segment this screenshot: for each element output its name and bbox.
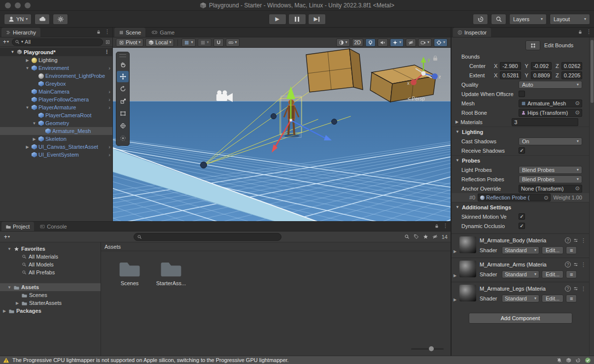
hierarchy-item-geometry[interactable]: ▼Geometry bbox=[0, 119, 112, 127]
material-preview-sphere[interactable] bbox=[459, 236, 476, 253]
snap-toggle-button[interactable] bbox=[213, 38, 224, 47]
hierarchy-item-playerarmature[interactable]: ▼PlayerArmature› bbox=[0, 103, 112, 111]
expander-closed-icon[interactable]: ▶ bbox=[455, 120, 458, 124]
extent-x-field[interactable]: 0.5281 bbox=[500, 71, 521, 79]
prefab-chevron-icon[interactable]: › bbox=[108, 144, 110, 150]
toggle-2d-button[interactable]: 2D bbox=[352, 38, 363, 47]
tree-item-favorites[interactable]: ▼ Favorites bbox=[0, 245, 101, 253]
expander-open-icon[interactable]: ▼ bbox=[25, 105, 30, 110]
scene-viewport[interactable]: y x z < Persp bbox=[113, 48, 451, 222]
expander-open-icon[interactable]: ▼ bbox=[455, 205, 459, 209]
asset-zoom-slider[interactable] bbox=[411, 346, 444, 352]
pause-button[interactable] bbox=[288, 14, 306, 25]
scrollbar-thumb[interactable] bbox=[591, 40, 594, 103]
scene-visibility-toggle[interactable] bbox=[406, 38, 416, 47]
hierarchy-item-maincamera[interactable]: MainCamera› bbox=[0, 88, 112, 96]
reflection-probes-dropdown[interactable]: Blend Probes▾ bbox=[519, 175, 582, 183]
root-bone-object-field[interactable]: Hips (Transform) ⊙ bbox=[519, 109, 582, 117]
expander-closed-icon[interactable]: ▶ bbox=[454, 249, 456, 254]
expander-open-icon[interactable]: ▼ bbox=[25, 66, 30, 70]
layers-dropdown[interactable]: Layers ▾ bbox=[509, 14, 547, 25]
expander-closed-icon[interactable]: ▶ bbox=[25, 58, 30, 63]
create-asset-button[interactable]: +▾ bbox=[3, 233, 11, 240]
expander-closed-icon[interactable]: ▶ bbox=[25, 145, 30, 149]
search-button[interactable] bbox=[491, 14, 506, 25]
zoom-window-icon[interactable] bbox=[25, 2, 31, 8]
shader-dropdown[interactable]: Standard▾ bbox=[502, 295, 539, 302]
tab-inspector[interactable]: Inspector bbox=[453, 28, 491, 37]
account-button[interactable]: YN ▾ bbox=[4, 14, 32, 25]
scene-camera-dropdown[interactable]: ▾ bbox=[418, 38, 432, 47]
center-x-field[interactable]: -2.980 bbox=[500, 62, 521, 70]
asset-folder-starterassets[interactable]: StarterAss... bbox=[153, 257, 189, 286]
dynamic-occlusion-checkbox[interactable] bbox=[519, 223, 525, 229]
shader-menu-button[interactable]: ≡ bbox=[566, 295, 577, 302]
tree-item-all-models[interactable]: All Models bbox=[0, 261, 101, 268]
tab-game[interactable]: Game bbox=[147, 28, 179, 37]
version-control-button[interactable] bbox=[53, 14, 68, 25]
cube-object-1[interactable] bbox=[306, 49, 363, 92]
expander-closed-icon[interactable]: ▶ bbox=[454, 298, 456, 302]
object-picker-icon[interactable]: ⊙ bbox=[575, 186, 580, 191]
shader-dropdown[interactable]: Standard▾ bbox=[502, 270, 539, 278]
panel-menu-icon[interactable]: ⋮ bbox=[105, 29, 110, 34]
move-tool-button[interactable] bbox=[117, 71, 129, 82]
edit-shader-button[interactable]: Edit... bbox=[542, 295, 563, 302]
edit-shader-button[interactable]: Edit... bbox=[542, 270, 563, 278]
persp-label[interactable]: < Persp bbox=[408, 96, 425, 101]
expander-open-icon[interactable]: ▼ bbox=[10, 50, 15, 54]
material-menu-icon[interactable]: ⋮ bbox=[581, 238, 586, 243]
project-search-input[interactable] bbox=[134, 233, 281, 241]
cast-shadows-dropdown[interactable]: On▾ bbox=[519, 137, 582, 145]
expander-closed-icon[interactable]: ▶ bbox=[454, 273, 456, 278]
object-picker-icon[interactable]: ⊙ bbox=[575, 110, 580, 115]
rotate-tool-button[interactable] bbox=[117, 83, 129, 95]
extent-z-field[interactable]: 0.2205 bbox=[561, 71, 582, 79]
increment-snap-button[interactable]: ▾ bbox=[226, 38, 240, 47]
mute-notifications-icon[interactable] bbox=[557, 358, 562, 363]
minimize-window-icon[interactable] bbox=[15, 2, 21, 8]
traffic-lights[interactable] bbox=[5, 2, 31, 8]
expander-open-icon[interactable]: ▼ bbox=[7, 247, 12, 251]
shader-menu-button[interactable]: ≡ bbox=[566, 246, 577, 254]
grid-snapping-button[interactable]: ▾ bbox=[198, 38, 211, 47]
expander-open-icon[interactable]: ▼ bbox=[32, 121, 37, 126]
prefab-chevron-icon[interactable]: › bbox=[108, 152, 110, 158]
transform-tool-button[interactable] bbox=[117, 120, 129, 132]
prefab-chevron-icon[interactable]: › bbox=[108, 89, 110, 95]
layers-cube-icon[interactable] bbox=[566, 358, 571, 363]
label-tag-icon[interactable] bbox=[414, 234, 419, 239]
tree-item-packages[interactable]: ▶ Packages bbox=[0, 307, 101, 315]
layout-dropdown[interactable]: Layout ▾ bbox=[550, 14, 590, 25]
inspector-scrollbar[interactable] bbox=[589, 37, 594, 356]
shader-menu-button[interactable]: ≡ bbox=[566, 270, 577, 278]
hierarchy-item-skeleton[interactable]: ▶Skeleton bbox=[0, 135, 112, 143]
play-button[interactable]: ▶ bbox=[269, 14, 286, 25]
hierarchy-item-lighting[interactable]: ▶Lighting bbox=[0, 56, 112, 64]
expander-closed-icon[interactable]: ▶ bbox=[32, 137, 37, 141]
gizmos-dropdown[interactable]: ▾ bbox=[434, 38, 448, 47]
center-y-field[interactable]: -0.092 bbox=[531, 62, 552, 70]
quality-dropdown[interactable]: Auto▾ bbox=[519, 81, 582, 89]
gizmo-center[interactable] bbox=[421, 71, 426, 76]
receive-shadows-checkbox[interactable] bbox=[519, 147, 525, 154]
update-offscreen-checkbox[interactable] bbox=[519, 91, 525, 97]
edit-bounds-button[interactable] bbox=[525, 40, 540, 50]
hierarchy-item-armature-mesh[interactable]: Armature_Mesh bbox=[0, 127, 112, 135]
edit-shader-button[interactable]: Edit... bbox=[542, 246, 563, 254]
tree-item-starterassets[interactable]: ▶ StarterAssets bbox=[0, 299, 101, 307]
search-by-type-icon[interactable] bbox=[404, 234, 410, 239]
create-object-button[interactable]: +▾ bbox=[2, 38, 10, 45]
search-window-icon[interactable] bbox=[105, 39, 110, 45]
tab-hierarchy[interactable]: Hierarchy bbox=[1, 28, 40, 37]
material-preview-sphere[interactable] bbox=[459, 261, 476, 277]
favorite-star-icon[interactable] bbox=[423, 234, 428, 239]
status-message[interactable]: The Progressive CPU lightmapper is not s… bbox=[12, 357, 289, 363]
preset-icon[interactable] bbox=[573, 238, 578, 243]
help-icon[interactable]: ? bbox=[565, 286, 571, 292]
light-probes-dropdown[interactable]: Blend Probes▾ bbox=[519, 166, 582, 174]
hierarchy-item-playerfollowcamera[interactable]: PlayerFollowCamera› bbox=[0, 96, 112, 103]
preset-icon[interactable] bbox=[573, 286, 578, 291]
help-icon[interactable]: ? bbox=[565, 262, 571, 267]
hierarchy-search-input[interactable]: ▾ All bbox=[12, 38, 103, 46]
